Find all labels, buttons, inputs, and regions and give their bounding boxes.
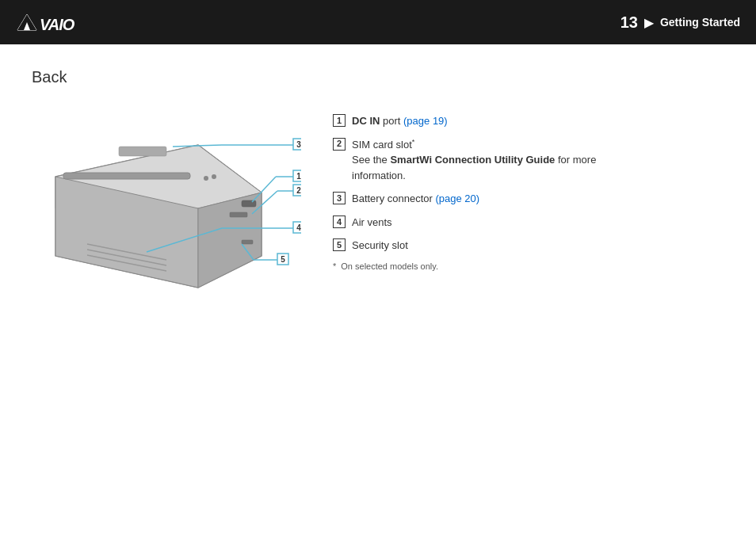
list-item: 4 Air vents xyxy=(333,215,724,231)
item-link-1[interactable]: (page 19) xyxy=(403,115,448,127)
svg-rect-10 xyxy=(63,173,190,179)
vaio-logo-icon: VAIO xyxy=(13,8,92,36)
laptop-back-diagram: 1 2 3 4 5 xyxy=(32,105,301,311)
svg-text:5: 5 xyxy=(281,255,285,264)
list-item: 1 DC IN port (page 19) xyxy=(333,113,724,129)
header: VAIO 13 ▶ Getting Started xyxy=(0,0,756,44)
labels-list: 1 DC IN port (page 19) 2 SIM card slot* … xyxy=(333,105,724,271)
svg-rect-7 xyxy=(230,212,247,217)
item-number-5: 5 xyxy=(333,238,346,251)
arrow-icon: ▶ xyxy=(644,15,654,30)
footnote-star: * xyxy=(333,261,336,271)
item-text-1: DC IN port (page 19) xyxy=(352,113,448,129)
header-right: 13 ▶ Getting Started xyxy=(620,13,740,32)
item-link-3[interactable]: (page 20) xyxy=(436,193,480,204)
svg-text:4: 4 xyxy=(296,223,301,232)
svg-point-11 xyxy=(204,176,208,181)
item-text-3: Battery connector (page 20) xyxy=(352,191,479,207)
footnote-text: On selected models only. xyxy=(341,261,438,271)
item-number-2: 2 xyxy=(333,138,346,151)
diagram-area: 1 2 3 4 5 xyxy=(32,105,301,327)
item-number-1: 1 xyxy=(333,114,346,127)
list-item: 5 Security slot xyxy=(333,238,724,254)
item-text-4: Air vents xyxy=(352,215,392,231)
superscript-2: * xyxy=(412,138,415,146)
svg-text:3: 3 xyxy=(296,140,301,149)
svg-text:1: 1 xyxy=(296,172,301,181)
svg-rect-8 xyxy=(119,147,166,156)
svg-text:2: 2 xyxy=(296,186,301,195)
svg-point-12 xyxy=(212,174,216,179)
main-content: Back xyxy=(0,44,756,343)
item-text-5: Security slot xyxy=(352,238,408,254)
item-bold-2: SmartWi Connection Utility Guide xyxy=(390,154,555,166)
item-number-4: 4 xyxy=(333,216,346,228)
svg-text:VAIO: VAIO xyxy=(40,16,75,33)
content-area: 1 2 3 4 5 xyxy=(32,105,724,327)
page-number: 13 xyxy=(620,13,638,32)
item-number-3: 3 xyxy=(333,192,346,204)
svg-rect-9 xyxy=(242,240,253,244)
svg-line-21 xyxy=(173,145,222,147)
item-bold-1: DC IN xyxy=(352,115,380,127)
footnote: * On selected models only. xyxy=(333,261,724,271)
section-title: Getting Started xyxy=(660,16,740,29)
list-item: 3 Battery connector (page 20) xyxy=(333,191,724,207)
logo-area: VAIO xyxy=(13,8,92,36)
item-text-2: SIM card slot* See the SmartWi Connectio… xyxy=(352,137,596,184)
list-item: 2 SIM card slot* See the SmartWi Connect… xyxy=(333,137,724,184)
svg-rect-6 xyxy=(242,200,256,207)
page-heading: Back xyxy=(32,68,724,86)
